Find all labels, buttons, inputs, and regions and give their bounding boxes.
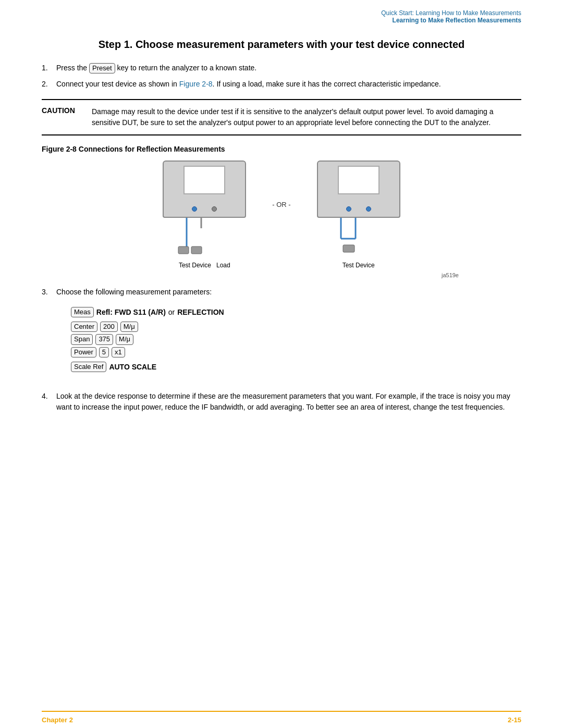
meas-line-1: Meas Refl: FWD S11 (A/R) or REFLECTION (71, 305, 521, 319)
page-footer: Chapter 2 2-15 (42, 711, 521, 728)
list-item: 1. Press the Preset key to return the an… (42, 63, 521, 73)
analyzer-screen-right (338, 166, 380, 194)
port-dot-1 (192, 206, 197, 212)
scale-ref-key: Scale Ref (71, 362, 106, 372)
span-key: Span (71, 334, 93, 344)
step-num: 2. (42, 79, 56, 90)
test-device-label: Test Device (179, 262, 211, 269)
figure-id: ja519e (42, 272, 521, 278)
left-labels: Test Device Load (179, 262, 230, 269)
page-header: Quick Start: Learning How to Make Measur… (42, 0, 521, 27)
preset-key: Preset (89, 63, 115, 73)
meas-line-3: Span 375 M/μ (71, 334, 521, 344)
step2-content: Connect your test device as shown in Fig… (56, 79, 521, 90)
auto-scale-text: AUTO SCALE (109, 360, 156, 374)
page-container: Quick Start: Learning How to Make Measur… (0, 0, 563, 728)
step1-content: Press the Preset key to return the analy… (56, 63, 521, 73)
step3-num: 3. (42, 287, 56, 381)
list-item: 3. Choose the following measurement para… (42, 287, 521, 381)
center-key: Center (71, 322, 97, 332)
step3-list: 3. Choose the following measurement para… (42, 287, 521, 381)
right-device-group: Test Device (317, 161, 400, 269)
main-content: Step 1. Choose measurement parameters wi… (42, 27, 521, 711)
step3-content: Choose the following measurement paramet… (56, 287, 521, 381)
mmu-key-1: M/μ (120, 322, 138, 332)
analyzer-ports-right (346, 206, 371, 212)
figure-caption: Figure 2-8 Connections for Reflection Me… (42, 145, 521, 153)
step3-text: Choose the following measurement paramet… (56, 288, 212, 296)
figure-illustration: Test Device Load - OR - (42, 161, 521, 269)
caution-box: CAUTION Damage may result to the device … (42, 99, 521, 135)
analyzer-ports (192, 206, 217, 212)
right-cables-svg (317, 218, 400, 260)
meas-key: Meas (71, 307, 94, 317)
caution-label: CAUTION (42, 106, 83, 128)
port-dot-r1 (346, 206, 351, 212)
power-key: Power (71, 347, 96, 357)
step4-num: 4. (42, 391, 56, 419)
mmu-key-2: M/μ (116, 334, 133, 344)
left-device-group: Test Device Load (163, 161, 246, 269)
val-200: 200 (100, 322, 118, 332)
steps-list: 1. Press the Preset key to return the an… (42, 63, 521, 90)
meas-line-5: Scale Ref AUTO SCALE (71, 360, 521, 374)
right-analyzer (317, 161, 400, 218)
caution-text: Damage may result to the device under te… (92, 106, 521, 128)
step-num: 1. (42, 63, 56, 73)
breadcrumb: Quick Start: Learning How to Make Measur… (42, 9, 521, 17)
svg-rect-4 (191, 246, 202, 254)
or-word: or (168, 305, 175, 319)
port-dot-2 (212, 206, 217, 212)
step4-content: Look at the device response to determine… (56, 391, 521, 413)
list-item: 2. Connect your test device as shown in … (42, 79, 521, 90)
svg-rect-10 (343, 245, 354, 252)
or-text: - OR - (272, 201, 290, 229)
list-item: 4. Look at the device response to determ… (42, 391, 521, 419)
current-page-title: Learning to Make Reflection Measurements (42, 17, 521, 24)
meas-params: Meas Refl: FWD S11 (A/R) or REFLECTION C… (71, 305, 521, 374)
left-cables-svg (163, 218, 246, 260)
footer-chapter: Chapter 2 (42, 716, 73, 724)
load-label: Load (216, 262, 230, 269)
analyzer-screen (183, 166, 225, 194)
footer-page: 2-15 (508, 716, 521, 724)
refl-text: Refl: FWD S11 (A/R) (96, 305, 166, 319)
reflection-text: REFLECTION (177, 305, 224, 319)
x1-key: x1 (112, 347, 125, 357)
right-labels: Test Device (342, 262, 375, 269)
meas-line-2: Center 200 M/μ (71, 322, 521, 332)
port-dot-r2 (366, 206, 371, 212)
val-375: 375 (95, 334, 113, 344)
svg-rect-3 (178, 246, 189, 254)
meas-line-4: Power 5 x1 (71, 347, 521, 357)
left-analyzer (163, 161, 246, 218)
page-title: Step 1. Choose measurement parameters wi… (42, 38, 521, 51)
right-device-label: Test Device (342, 262, 375, 269)
val-5: 5 (99, 347, 109, 357)
step4-list: 4. Look at the device response to determ… (42, 391, 521, 419)
figure-link[interactable]: Figure 2-8 (179, 80, 213, 88)
